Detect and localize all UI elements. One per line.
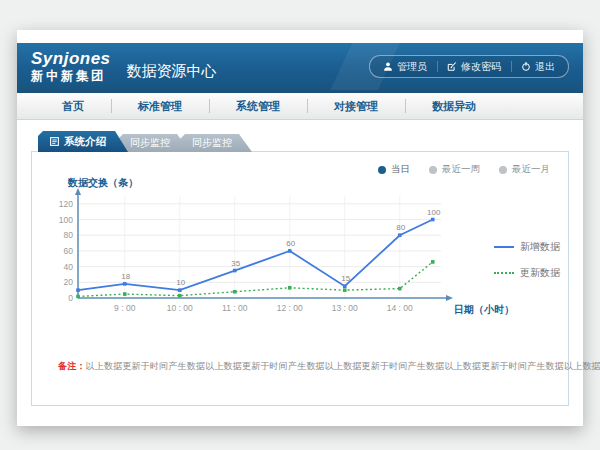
svg-text:日期（小时）: 日期（小时）	[454, 304, 514, 315]
footnote: 备注：以上数据更新于时间产生数据以上数据更新于时间产生数据以上数据更新于时间产生…	[58, 360, 600, 373]
svg-text:14 : 00: 14 : 00	[387, 303, 413, 313]
range-option-label: 最近一周	[442, 163, 480, 176]
series-legend: 新增数据 更新数据	[494, 240, 560, 280]
time-range-options: 当日 最近一周 最近一月	[378, 163, 550, 176]
app-header: Synjones 新中新集团 数据资源中心 管理员 修改密码 退出	[17, 43, 583, 93]
nav-item-home[interactable]: 首页	[35, 93, 111, 119]
svg-text:80: 80	[64, 230, 74, 240]
content-area: 系统介绍 同步监控 同步监控 当日 最近一周	[17, 120, 583, 406]
range-option-label: 最近一月	[512, 163, 550, 176]
legend-item-new-data: 新增数据	[494, 240, 560, 254]
svg-text:10: 10	[176, 278, 185, 287]
legend-item-updated-data: 更新数据	[494, 266, 560, 280]
page-title: 数据资源中心	[127, 62, 217, 90]
svg-text:9 : 00: 9 : 00	[114, 303, 136, 313]
tab-sync-monitor-2[interactable]: 同步监控	[180, 134, 252, 152]
dotted-line-icon	[494, 272, 514, 274]
user-menu-button[interactable]: 管理员	[373, 60, 437, 73]
user-name: 管理员	[397, 60, 427, 74]
user-toolbar: 管理员 修改密码 退出	[369, 55, 569, 78]
legend-label: 新增数据	[520, 240, 560, 254]
range-option-label: 当日	[391, 163, 410, 176]
radio-dot-icon	[499, 166, 507, 174]
legend-label: 更新数据	[520, 266, 560, 280]
logout-label: 退出	[535, 60, 555, 74]
svg-text:13 : 00: 13 : 00	[332, 303, 358, 313]
svg-text:120: 120	[59, 199, 73, 209]
nav-item-interface-mgmt[interactable]: 对接管理	[307, 93, 405, 119]
tab-bar: 系统介绍 同步监控 同步监控	[31, 131, 569, 152]
tab-label: 同步监控	[192, 136, 232, 150]
footnote-text: 以上数据更新于时间产生数据以上数据更新于时间产生数据以上数据更新于时间产生数据以…	[86, 361, 600, 371]
document-icon	[50, 137, 59, 146]
radio-dot-icon	[429, 166, 437, 174]
nav-item-system-mgmt[interactable]: 系统管理	[209, 93, 307, 119]
power-icon	[521, 61, 531, 72]
svg-text:100: 100	[427, 208, 441, 217]
range-option-last-month[interactable]: 最近一月	[499, 163, 550, 176]
brand-logo-text: Synjones	[31, 50, 111, 67]
main-nav: 首页 标准管理 系统管理 对接管理 数据异动	[17, 93, 583, 120]
change-password-label: 修改密码	[461, 60, 501, 74]
range-option-today[interactable]: 当日	[378, 163, 410, 176]
change-password-button[interactable]: 修改密码	[437, 60, 511, 73]
tab-system-intro[interactable]: 系统介绍	[38, 131, 128, 152]
solid-line-icon	[494, 246, 514, 248]
svg-text:40: 40	[64, 262, 74, 272]
footnote-label: 备注：	[58, 361, 86, 371]
svg-text:100: 100	[59, 215, 73, 225]
brand-logo: Synjones 新中新集团	[31, 50, 111, 83]
tab-label: 同步监控	[130, 136, 170, 150]
svg-text:11 : 00: 11 : 00	[222, 303, 248, 313]
nav-item-data-change[interactable]: 数据异动	[405, 93, 503, 119]
svg-text:15: 15	[341, 274, 350, 283]
svg-text:12 : 00: 12 : 00	[277, 303, 303, 313]
svg-text:0: 0	[68, 293, 73, 303]
svg-text:数据交换（条）: 数据交换（条）	[67, 177, 138, 188]
radio-dot-icon	[378, 166, 386, 174]
tab-label: 系统介绍	[64, 135, 106, 149]
svg-text:35: 35	[231, 259, 240, 268]
edit-icon	[447, 61, 457, 72]
svg-text:60: 60	[286, 239, 295, 248]
chart-panel: 当日 最近一周 最近一月 0204060801001209 : 0010 : 0…	[31, 151, 569, 406]
range-option-last-week[interactable]: 最近一周	[429, 163, 480, 176]
svg-text:60: 60	[64, 246, 74, 256]
page-window: Synjones 新中新集团 数据资源中心 管理员 修改密码 退出 首页 标准管…	[17, 30, 583, 426]
logout-button[interactable]: 退出	[511, 60, 565, 73]
svg-text:18: 18	[121, 272, 130, 281]
svg-text:20: 20	[64, 277, 74, 287]
tab-sync-monitor-1[interactable]: 同步监控	[118, 134, 190, 152]
user-icon	[383, 61, 393, 72]
brand-logo-subtext: 新中新集团	[31, 70, 111, 83]
line-chart: 0204060801001209 : 0010 : 0011 : 0012 : …	[44, 176, 522, 334]
svg-text:10 : 00: 10 : 00	[167, 303, 193, 313]
nav-item-standard-mgmt[interactable]: 标准管理	[111, 93, 209, 119]
svg-text:80: 80	[396, 223, 405, 232]
